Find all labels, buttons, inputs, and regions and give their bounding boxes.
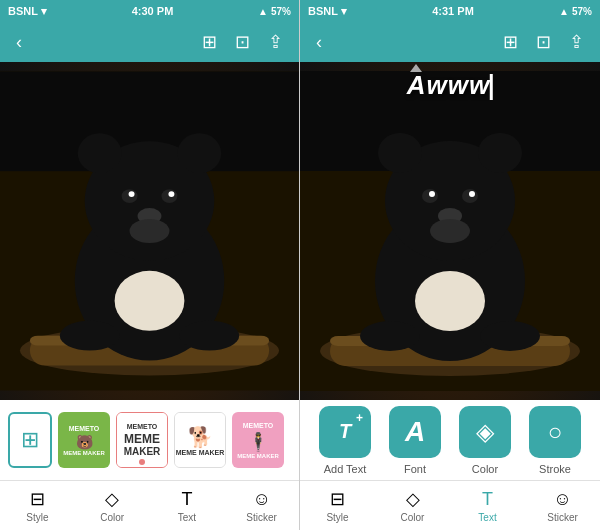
svg-point-8 [177,133,221,173]
nav-color-left[interactable]: ◇ Color [75,481,150,530]
status-time-left: 4:30 PM [132,5,174,17]
image-icon-right[interactable]: ⊞ [503,31,518,53]
sticker-thumb-2[interactable]: MEMETO MEME MAKER [116,412,168,468]
meme-text-content: Awww [407,70,490,100]
font-icon: A [389,406,441,458]
text-cursor [490,74,493,100]
svg-point-31 [469,191,475,197]
battery-text-right: 57% [572,6,592,17]
sticker-thumb-4[interactable]: MEMETO 🕴 MEME MAKER [232,412,284,468]
color-icon: ◈ [459,406,511,458]
status-bar-left: BSNL ▾ 4:30 PM ▲ 57% [0,0,299,22]
style-icon-left: ⊟ [30,488,45,510]
bottom-panel-left: ⊞ MEMETO 🐻 MEME MAKER MEMETO MEME MAKER [0,400,299,530]
top-toolbar-left: ‹ ⊞ ⊡ ⇪ [0,22,299,62]
text-position-arrow [410,64,422,72]
svg-point-34 [360,321,420,351]
stroke-tool[interactable]: ○ Stroke [529,406,581,475]
bear-svg-left [0,62,299,400]
right-phone-panel: BSNL ▾ 4:31 PM ▲ 57% ‹ ⊞ ⊡ ⇪ [300,0,600,530]
toolbar-right-icons-right: ⊞ ⊡ ⇪ [503,31,584,53]
left-phone-panel: BSNL ▾ 4:30 PM ▲ 57% ‹ ⊞ ⊡ ⇪ [0,0,300,530]
back-button-left[interactable]: ‹ [16,32,22,53]
signal-icon-left: ▲ [258,6,268,17]
bottom-panel-right: T+ Add Text A Font ◈ Color ○ Stroke ⊟ St… [300,400,600,530]
top-toolbar-right: ‹ ⊞ ⊡ ⇪ [300,22,600,62]
crop-icon-left[interactable]: ⊡ [235,31,250,53]
bear-svg-right [300,62,600,400]
meme-text-overlay[interactable]: Awww [407,70,493,101]
text-icon-left: T [181,489,192,510]
nav-style-right[interactable]: ⊟ Style [300,481,375,530]
back-button-right[interactable]: ‹ [316,32,322,53]
svg-point-27 [415,271,485,331]
export-icon-right[interactable]: ⇪ [569,31,584,53]
sticker-row-left: ⊞ MEMETO 🐻 MEME MAKER MEMETO MEME MAKER [0,400,299,480]
nav-sticker-right[interactable]: ☺ Sticker [525,481,600,530]
svg-point-35 [480,321,540,351]
crop-icon-right[interactable]: ⊡ [536,31,551,53]
bottom-nav-left: ⊟ Style ◇ Color T Text ☺ Sticker [0,480,299,530]
stroke-icon: ○ [529,406,581,458]
carrier-text-right: BSNL [308,5,338,17]
color-label: Color [472,463,498,475]
color-nav-label-right: Color [401,512,425,523]
nav-sticker-left[interactable]: ☺ Sticker [224,481,299,530]
status-bar-right: BSNL ▾ 4:31 PM ▲ 57% [300,0,600,22]
sticker-nav-icon-right: ☺ [553,489,571,510]
sticker-selector-btn[interactable]: ⊞ [8,412,52,468]
svg-point-16 [60,321,120,351]
svg-point-15 [130,219,170,243]
nav-style-left[interactable]: ⊟ Style [0,481,75,530]
status-carrier-left: BSNL ▾ [8,5,47,18]
svg-point-17 [179,321,239,351]
battery-text-left: 57% [271,6,291,17]
image-area-left [0,62,299,400]
status-carrier-right: BSNL ▾ [308,5,347,18]
svg-point-25 [378,133,422,173]
image-area-right: Awww [300,62,600,400]
color-nav-icon-right: ◇ [406,488,420,510]
svg-point-12 [129,191,135,197]
nav-text-left[interactable]: T Text [150,481,225,530]
add-text-icon: T+ [319,406,371,458]
add-text-tool[interactable]: T+ Add Text [319,406,371,475]
sticker-label-left: Sticker [246,512,277,523]
bottom-nav-right: ⊟ Style ◇ Color T Text ☺ Sticker [300,480,600,530]
sticker-thumb-1[interactable]: MEMETO 🐻 MEME MAKER [58,412,110,468]
style-label-left: Style [26,512,48,523]
text-label-left: Text [178,512,196,523]
style-label-right: Style [326,512,348,523]
wifi-icon-left: ▾ [41,5,47,18]
color-icon-left: ◇ [105,488,119,510]
stroke-label: Stroke [539,463,571,475]
export-icon-left[interactable]: ⇪ [268,31,283,53]
status-time-right: 4:31 PM [432,5,474,17]
nav-color-right[interactable]: ◇ Color [375,481,450,530]
color-tool[interactable]: ◈ Color [459,406,511,475]
color-label-left: Color [100,512,124,523]
font-tool[interactable]: A Font [389,406,441,475]
toolbar-right-icons-left: ⊞ ⊡ ⇪ [202,31,283,53]
add-text-label: Add Text [324,463,367,475]
svg-point-7 [78,133,122,173]
svg-point-9 [115,271,185,331]
status-battery-left: ▲ 57% [258,6,291,17]
text-nav-label-right: Text [478,512,496,523]
sticker-icon-left: ☺ [252,489,270,510]
svg-point-13 [168,191,174,197]
sticker-thumb-3[interactable]: 🐕 MEME MAKER [174,412,226,468]
svg-point-30 [429,191,435,197]
style-icon-right: ⊟ [330,488,345,510]
signal-icon-right: ▲ [559,6,569,17]
nav-text-right[interactable]: T Text [450,481,525,530]
svg-point-33 [430,219,470,243]
text-nav-icon-right: T [482,489,493,510]
carrier-text-left: BSNL [8,5,38,17]
svg-point-26 [478,133,522,173]
font-label: Font [404,463,426,475]
status-battery-right: ▲ 57% [559,6,592,17]
image-icon-left[interactable]: ⊞ [202,31,217,53]
wifi-icon-right: ▾ [341,5,347,18]
tools-row-right: T+ Add Text A Font ◈ Color ○ Stroke [300,400,600,480]
